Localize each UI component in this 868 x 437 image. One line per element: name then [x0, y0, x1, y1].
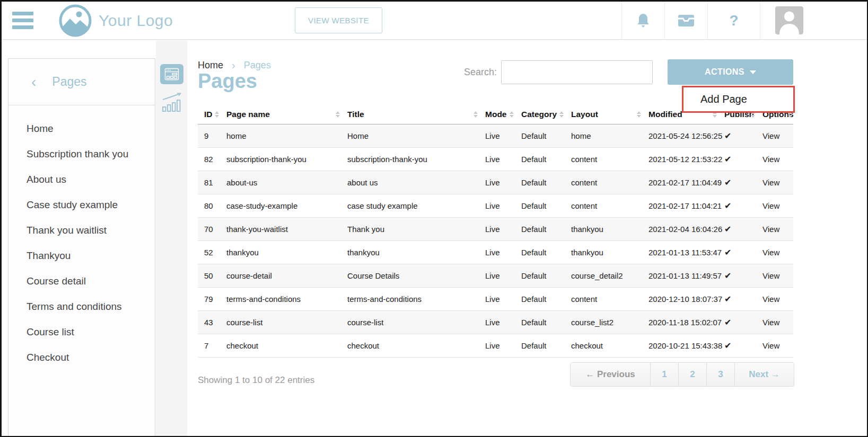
- cell-page-name: home: [220, 124, 341, 148]
- cell-layout: home: [565, 124, 642, 148]
- publish-checkmark-icon[interactable]: ✔: [718, 148, 756, 171]
- sidebar-item[interactable]: Thank you waitlist: [8, 218, 155, 243]
- logo-image-icon[interactable]: [58, 4, 92, 38]
- cell-modified: 2020-11-18 15:02:07: [642, 311, 718, 334]
- sidebar-item[interactable]: Course list: [8, 319, 155, 345]
- cell-mode: Live: [479, 311, 515, 334]
- publish-checkmark-icon[interactable]: ✔: [718, 334, 756, 358]
- view-link[interactable]: View: [756, 124, 793, 148]
- sidebar-item[interactable]: Checkout: [8, 345, 155, 370]
- column-header-mode[interactable]: Mode: [479, 104, 515, 124]
- avatar-image: [775, 6, 803, 34]
- publish-checkmark-icon[interactable]: ✔: [718, 218, 756, 241]
- pagination-next-button[interactable]: Next →: [734, 363, 794, 386]
- cell-title: subscription-thank-you: [341, 148, 479, 171]
- table-row: 80case-study-examplecase study exampleLi…: [198, 194, 793, 218]
- main-content: Home › Pages Pages Search: ACTIONS Add P…: [187, 40, 867, 436]
- sidebar-page-list: HomeSubscription thank youAbout usCase s…: [8, 105, 155, 370]
- pagination-previous-button[interactable]: ← Previous: [571, 363, 650, 386]
- sidebar-item[interactable]: Home: [8, 116, 155, 141]
- cell-category: Default: [515, 334, 565, 358]
- cell-page-name: subscription-thank-you: [220, 148, 341, 171]
- stats-module-button[interactable]: [160, 93, 183, 113]
- search-input[interactable]: [501, 60, 653, 84]
- cell-modified: 2021-02-04 16:04:26: [642, 218, 718, 241]
- cell-mode: Live: [479, 124, 515, 148]
- column-label: Layout: [571, 110, 598, 119]
- cell-modified: 2020-10-21 15:43:38: [642, 334, 718, 358]
- sidebar-item[interactable]: Course detail: [8, 269, 155, 294]
- cell-category: Default: [515, 218, 565, 241]
- hamburger-menu-icon[interactable]: [12, 8, 33, 32]
- add-page-menu-item[interactable]: Add Page: [683, 93, 747, 105]
- cell-id: 70: [198, 218, 220, 241]
- publish-checkmark-icon[interactable]: ✔: [718, 311, 756, 334]
- sidebar: ‹ Pages HomeSubscription thank youAbout …: [8, 58, 155, 436]
- pages-window-icon: [164, 68, 179, 81]
- view-link[interactable]: View: [756, 241, 793, 264]
- column-header-layout[interactable]: Layout: [565, 104, 642, 124]
- cell-layout: content: [565, 288, 642, 311]
- publish-checkmark-icon[interactable]: ✔: [718, 124, 756, 148]
- cell-id: 79: [198, 288, 220, 311]
- cell-page-name: checkout: [220, 334, 341, 358]
- sort-arrows-icon: [474, 111, 478, 118]
- cell-layout: course_detail2: [565, 264, 642, 288]
- sidebar-item[interactable]: Subscription thank you: [8, 141, 155, 167]
- column-label: Title: [347, 110, 364, 119]
- person-icon: [775, 6, 803, 34]
- bell-icon: [635, 12, 651, 29]
- inbox-button[interactable]: [664, 2, 707, 39]
- view-link[interactable]: View: [756, 194, 793, 218]
- view-link[interactable]: View: [756, 148, 793, 171]
- sidebar-item[interactable]: Case study example: [8, 192, 155, 218]
- pagination: ← Previous 123Next →: [570, 362, 794, 387]
- cell-id: 43: [198, 311, 220, 334]
- cell-category: Default: [515, 264, 565, 288]
- column-header-category[interactable]: Category: [515, 104, 565, 124]
- search-container: Search:: [464, 60, 653, 84]
- cell-category: Default: [515, 311, 565, 334]
- breadcrumb-home-link[interactable]: Home: [198, 60, 223, 71]
- sidebar-header[interactable]: ‹ Pages: [8, 59, 155, 105]
- pagination-page-2-button[interactable]: 2: [678, 363, 706, 386]
- column-label: Category: [521, 110, 557, 119]
- view-link[interactable]: View: [756, 218, 793, 241]
- sidebar-item[interactable]: Terms and conditions: [8, 294, 155, 319]
- notifications-button[interactable]: [621, 2, 664, 39]
- view-link[interactable]: View: [756, 171, 793, 194]
- user-avatar[interactable]: [760, 2, 867, 39]
- view-website-button[interactable]: VIEW WEBSITE: [295, 7, 382, 33]
- view-link[interactable]: View: [756, 311, 793, 334]
- app-window: Your Logo VIEW WEBSITE ?: [0, 0, 868, 437]
- view-link[interactable]: View: [756, 264, 793, 288]
- sidebar-item[interactable]: Thankyou: [8, 243, 155, 269]
- help-button[interactable]: ?: [707, 2, 760, 39]
- cell-layout: content: [565, 148, 642, 171]
- publish-checkmark-icon[interactable]: ✔: [718, 194, 756, 218]
- table-row: 50course-detailCourse DetailsLiveDefault…: [198, 264, 793, 288]
- publish-checkmark-icon[interactable]: ✔: [718, 264, 756, 288]
- breadcrumb-current: Pages: [244, 60, 271, 71]
- publish-checkmark-icon[interactable]: ✔: [718, 241, 756, 264]
- sidebar-title: Pages: [52, 75, 86, 89]
- search-label: Search:: [464, 67, 497, 78]
- cell-modified: 2021-01-13 11:49:57: [642, 264, 718, 288]
- publish-checkmark-icon[interactable]: ✔: [718, 288, 756, 311]
- inbox-tray-icon: [677, 13, 695, 28]
- cell-category: Default: [515, 124, 565, 148]
- pagination-page-3-button[interactable]: 3: [706, 363, 734, 386]
- sort-arrows-icon: [215, 111, 219, 118]
- cell-layout: checkout: [565, 334, 642, 358]
- column-header-id[interactable]: ID: [198, 104, 220, 124]
- pagination-page-1-button[interactable]: 1: [650, 363, 678, 386]
- actions-dropdown-button[interactable]: ACTIONS: [668, 59, 793, 85]
- pages-module-button[interactable]: [160, 64, 183, 84]
- cell-mode: Live: [479, 194, 515, 218]
- view-link[interactable]: View: [756, 288, 793, 311]
- view-link[interactable]: View: [756, 334, 793, 358]
- column-header-title[interactable]: Title: [341, 104, 479, 124]
- publish-checkmark-icon[interactable]: ✔: [718, 171, 756, 194]
- sidebar-item[interactable]: About us: [8, 167, 155, 192]
- column-header-page-name[interactable]: Page name: [220, 104, 341, 124]
